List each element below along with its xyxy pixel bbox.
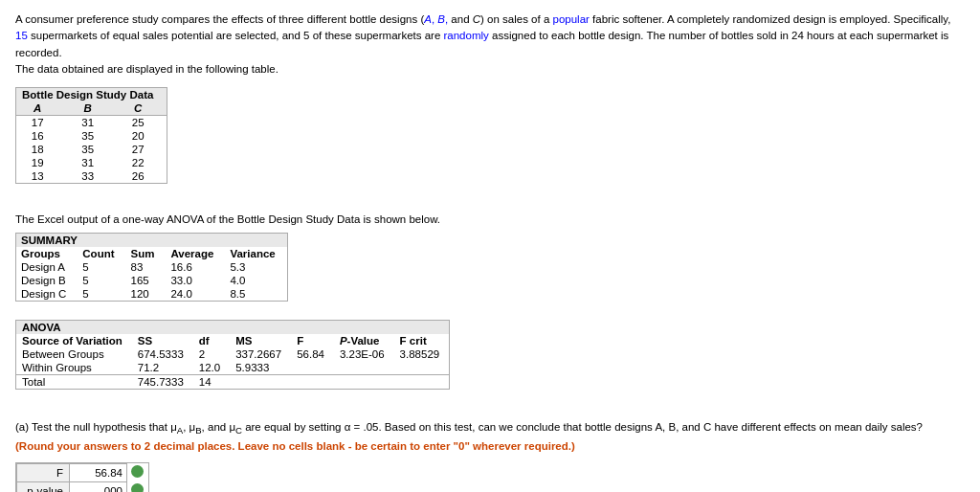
part-a-section: (a) Test the null hypothesis that μA, μB… — [15, 419, 953, 492]
anova-col-ss: SS — [132, 334, 193, 347]
highlight-randomly: randomly — [443, 30, 488, 41]
anova-row-within: Within Groups71.212.05.9333 — [16, 361, 449, 374]
anova-title: ANOVA — [16, 321, 449, 334]
answer-input-table: F 56.84 p-value .000 — [15, 462, 149, 492]
f-value-cell[interactable]: 56.84 — [70, 463, 127, 481]
summary-section: SUMMARY Groups Count Sum Average Varianc… — [15, 233, 288, 302]
anova-col-fcrit: F crit — [394, 334, 450, 347]
pvalue-status-icon — [127, 481, 148, 492]
f-row: F 56.84 — [17, 463, 148, 481]
table-row: 163520 — [16, 129, 167, 143]
summary-col-groups: Groups — [16, 247, 78, 260]
pvalue-label: p-value — [17, 481, 70, 492]
summary-title: SUMMARY — [16, 234, 287, 247]
highlight-popular: popular — [553, 13, 590, 25]
anova-col-df: df — [193, 334, 230, 347]
summary-col-variance: Variance — [225, 247, 286, 260]
part-a-question: (a) Test the null hypothesis that μA, μB… — [15, 419, 953, 455]
table-row: 173125 — [16, 116, 167, 130]
anova-row-total: Total745.733314 — [16, 375, 449, 390]
pvalue-green-check — [131, 483, 144, 492]
excel-intro-text: The Excel output of a one-way ANOVA of t… — [15, 213, 965, 225]
anova-section: ANOVA Source of Variation SS df MS F P-V… — [15, 320, 450, 390]
summary-col-count: Count — [78, 247, 125, 260]
highlight-abc: A, B, — [424, 13, 448, 25]
summary-col-average: Average — [166, 247, 225, 260]
pvalue-value-cell[interactable]: .000 — [70, 481, 127, 492]
anova-col-pvalue: P-Value — [334, 334, 394, 347]
f-status-icon — [127, 463, 148, 481]
anova-col-f: F — [291, 334, 334, 347]
summary-col-sum: Sum — [126, 247, 167, 260]
anova-row-between: Between Groups674.53332337.266756.843.23… — [16, 347, 449, 361]
table-row: 133326 — [16, 169, 167, 183]
table-row: 193122 — [16, 156, 167, 169]
col-header-b: B — [66, 101, 116, 116]
anova-col-source: Source of Variation — [16, 334, 132, 347]
anova-col-ms: MS — [230, 334, 291, 347]
col-header-c: C — [117, 101, 167, 116]
table-row: 183527 — [16, 143, 167, 156]
bottle-design-table: Bottle Design Study Data A B C 173125 16… — [15, 87, 167, 184]
f-green-check — [131, 465, 144, 478]
bold-instruction: (Round your answers to 2 decimal places.… — [15, 440, 575, 452]
summary-row-a: Design A58316.65.3 — [16, 260, 287, 274]
f-label: F — [17, 463, 70, 481]
summary-row-b: Design B516533.04.0 — [16, 274, 287, 287]
bottle-table-title: Bottle Design Study Data — [16, 88, 167, 101]
col-header-a: A — [16, 101, 66, 116]
intro-paragraph: A consumer preference study compares the… — [15, 11, 953, 78]
highlight-15: 15 — [15, 30, 28, 41]
pvalue-row: p-value .000 — [17, 481, 148, 492]
summary-row-c: Design C512024.08.5 — [16, 287, 287, 301]
